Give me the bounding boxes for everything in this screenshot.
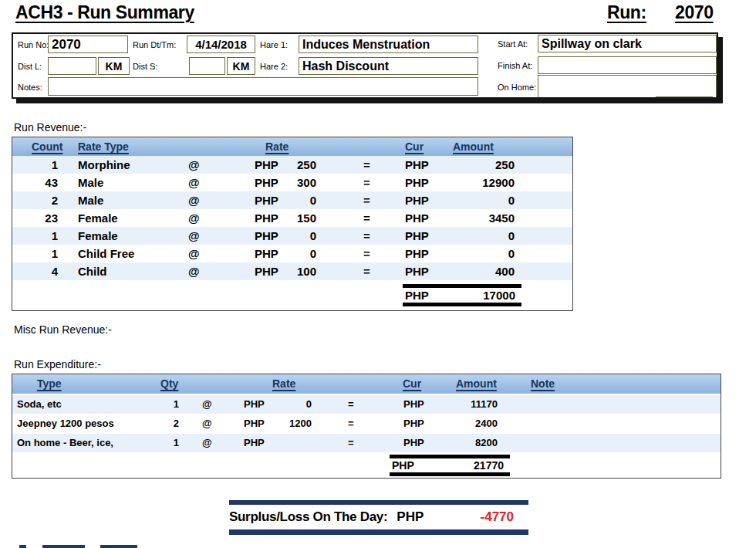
count-cell: 43 — [16, 174, 58, 191]
run-date-label: Run Dt/Tm: — [133, 40, 176, 49]
table-row: 43 Male @ PHP 300 = PHP 12900 — [12, 174, 572, 191]
finish-at-label: Finish At: — [498, 61, 532, 70]
total-amount: 17000 — [483, 288, 515, 303]
at-symbol: @ — [202, 434, 212, 452]
total-amount: 21770 — [474, 458, 504, 472]
header-cell-count: Count — [32, 137, 62, 156]
finish-at-field[interactable] — [538, 56, 717, 74]
section-label-run-revenue: Run Revenue:- — [14, 121, 86, 134]
equals-symbol: = — [363, 262, 370, 280]
header-cell-amount: Amount — [453, 137, 494, 156]
amount-cell: 8200 — [435, 434, 498, 452]
rate-cell: 0 — [267, 395, 312, 414]
equals-symbol: = — [348, 434, 354, 452]
count-cell: 23 — [16, 209, 58, 227]
header-cell-rate-type: Rate Type — [78, 137, 129, 156]
header-cell-type: Type — [37, 374, 62, 394]
hare1-field[interactable]: Induces Menstruation — [299, 36, 478, 53]
run-no-label: Run No: — [18, 40, 49, 49]
clipped-text-fragment — [42, 545, 85, 548]
rate-type-cell: Male — [78, 174, 103, 191]
table-row: 4 Child @ PHP 100 = PHP 400 — [12, 262, 572, 280]
type-cell: Jeepney 1200 pesos — [17, 414, 114, 433]
surplus-panel: Surplus/Loss On The Day: PHP -4770 — [229, 500, 528, 535]
dist-l-field[interactable] — [48, 57, 96, 75]
amount-cell: 11170 — [435, 395, 498, 414]
expenditure-total: PHP 21770 — [390, 455, 510, 476]
qty-cell: 1 — [151, 434, 179, 452]
start-at-label: Start At: — [498, 39, 528, 49]
equals-symbol: = — [363, 209, 370, 227]
section-label-misc-run-revenue: Misc Run Revenue:- — [14, 323, 112, 336]
qty-cell: 2 — [151, 414, 179, 433]
amount-cell: 3450 — [449, 209, 515, 227]
header-cell-cur: Cur — [403, 374, 421, 394]
header-cell-rate: Rate — [272, 374, 295, 394]
run-date-field[interactable]: 4/14/2018 — [187, 36, 255, 53]
dist-s-label: Dist S: — [133, 62, 157, 71]
run-info-panel: Run No: 2070 Run Dt/Tm: 4/14/2018 Hare 1… — [12, 32, 718, 99]
start-at-field[interactable]: Spillway on clark — [538, 35, 717, 52]
on-home-field-bottom-edge — [656, 96, 713, 97]
amount-cell: 400 — [449, 262, 515, 280]
at-symbol: @ — [188, 209, 200, 227]
rate-cell: 250 — [272, 156, 316, 174]
rate-type-cell: Morphine — [78, 156, 130, 174]
currency-cell: PHP — [405, 209, 429, 227]
expenditure-table: Type Qty Rate Cur Amount Note Soda, etc … — [12, 374, 721, 479]
dist-l-label: Dist L: — [18, 62, 42, 71]
at-symbol: @ — [188, 227, 200, 245]
table-row: 1 Female @ PHP 0 = PHP 0 — [12, 227, 572, 245]
type-cell: Soda, etc — [17, 395, 62, 414]
total-currency: PHP — [405, 288, 429, 303]
notes-label: Notes: — [18, 83, 42, 92]
currency-cell: PHP — [405, 156, 429, 174]
at-symbol: @ — [188, 191, 200, 209]
surplus-label: Surplus/Loss On The Day: — [229, 509, 387, 525]
on-home-label: On Home: — [498, 83, 536, 92]
rate-cell: 100 — [272, 262, 316, 280]
table-row: 1 Morphine @ PHP 250 = PHP 250 — [12, 156, 572, 174]
at-symbol: @ — [188, 156, 200, 174]
header-cell-amount: Amount — [456, 374, 497, 394]
equals-symbol: = — [363, 174, 370, 191]
currency-cell: PHP — [405, 262, 429, 280]
table-row: 23 Female @ PHP 150 = PHP 3450 — [12, 209, 572, 227]
currency-cell: PHP — [405, 174, 429, 191]
run-no-field[interactable]: 2070 — [48, 36, 128, 53]
amount-cell: 0 — [449, 227, 515, 245]
hare1-label: Hare 1: — [260, 40, 288, 49]
at-symbol: @ — [188, 245, 200, 262]
header-cell-cur: Cur — [405, 137, 424, 156]
currency-cell: PHP — [244, 414, 265, 433]
hare2-field[interactable]: Hash Discount — [299, 57, 478, 75]
currency-cell: PHP — [403, 414, 424, 433]
total-currency: PHP — [392, 458, 414, 472]
count-cell: 1 — [16, 245, 58, 262]
header-cell-rate: Rate — [265, 137, 289, 156]
equals-symbol: = — [348, 395, 354, 414]
hare2-label: Hare 2: — [260, 62, 288, 71]
table-row: On home - Beer, ice, 1 @ PHP = PHP 8200 — [12, 434, 721, 452]
currency-cell: PHP — [405, 191, 429, 209]
equals-symbol: = — [363, 245, 370, 262]
amount-cell: 2400 — [435, 414, 498, 433]
count-cell: 1 — [16, 227, 58, 245]
notes-field[interactable] — [48, 77, 478, 96]
rate-type-cell: Child — [78, 262, 107, 280]
currency-cell: PHP — [405, 227, 429, 245]
currency-cell: PHP — [405, 245, 429, 262]
type-cell: On home - Beer, ice, — [17, 434, 113, 452]
currency-cell: PHP — [403, 395, 424, 414]
on-home-field[interactable] — [538, 75, 717, 97]
dist-s-field[interactable] — [189, 57, 225, 75]
table-row: Soda, etc 1 @ PHP 0 = PHP 11170 — [12, 395, 721, 414]
at-symbol: @ — [202, 395, 212, 414]
section-label-run-expenditure: Run Expenditure:- — [14, 358, 101, 370]
at-symbol: @ — [188, 174, 200, 191]
equals-symbol: = — [363, 191, 370, 209]
rate-cell: 0 — [272, 245, 316, 262]
rate-type-cell: Female — [78, 209, 118, 227]
table-row: Jeepney 1200 pesos 2 @ PHP 1200 = PHP 24… — [12, 414, 721, 433]
count-cell: 4 — [16, 262, 58, 280]
